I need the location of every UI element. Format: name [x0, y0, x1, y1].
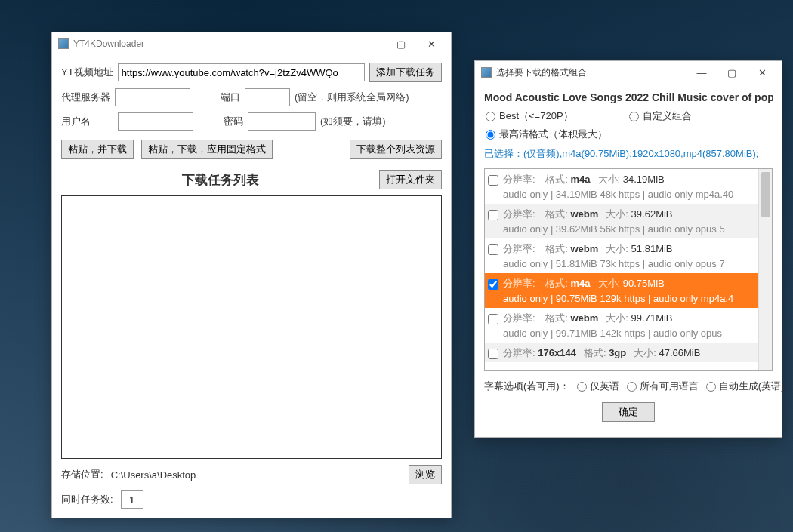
- format-item-checkbox[interactable]: [488, 349, 498, 359]
- maximize-button[interactable]: ▢: [386, 35, 416, 53]
- proxy-hint: (留空，则用系统全局网络): [295, 91, 409, 104]
- format-item-header: 分辨率: 格式: m4a大小: 90.75MiB: [503, 276, 755, 291]
- format-item-detail: audio only | 99.71MiB 142k https | audio…: [503, 326, 755, 341]
- format-item-detail: audio only | 34.19MiB 48k https | audio …: [503, 187, 755, 202]
- format-item-lines: 分辨率: 格式: m4a大小: 34.19MiBaudio only | 34.…: [503, 172, 755, 202]
- mode-radio-group: Best（<=720P） 自定义组合 最高清格式（体积最大）: [486, 109, 773, 141]
- proxy-label: 代理服务器: [61, 91, 110, 104]
- window-title: YT4KDownloader: [73, 38, 356, 49]
- format-item-checkbox[interactable]: [488, 279, 498, 290]
- window-controls: — ▢ ✕: [356, 35, 446, 53]
- format-list-viewport[interactable]: 分辨率: 格式: m4a大小: 34.19MiBaudio only | 34.…: [485, 169, 758, 370]
- format-list: 分辨率: 格式: m4a大小: 34.19MiBaudio only | 34.…: [484, 168, 773, 371]
- format-item-header: 分辨率: 176x144格式: 3gp大小: 47.66MiB: [503, 346, 755, 361]
- radio-custom[interactable]: 自定义组合: [629, 109, 773, 123]
- radio-highest[interactable]: 最高清格式（体积最大）: [486, 128, 629, 141]
- title-bar[interactable]: YT4KDownloader — ▢ ✕: [52, 32, 451, 55]
- dialog-app-icon: [481, 67, 492, 78]
- dialog-minimize-button[interactable]: —: [687, 63, 717, 81]
- format-item-lines: 分辨率: 176x144格式: 3gp大小: 47.66MiB: [503, 346, 755, 361]
- action-buttons-row: 粘贴，并下载 粘贴，下载，应用固定格式 下载整个列表资源: [61, 140, 442, 159]
- format-item-lines: 分辨率: 格式: webm大小: 51.81MiBaudio only | 51…: [503, 241, 755, 272]
- download-whole-list-button[interactable]: 下载整个列表资源: [350, 140, 442, 159]
- format-item-header: 分辨率: 格式: m4a大小: 34.19MiB: [503, 172, 755, 187]
- sub-radio-all-label: 所有可用语言: [640, 380, 699, 393]
- task-list[interactable]: [61, 195, 442, 459]
- format-item-header: 分辨率: 格式: webm大小: 39.62MiB: [503, 207, 755, 222]
- proxy-row: 代理服务器 端口 (留空，则用系统全局网络): [61, 88, 442, 106]
- credentials-row: 用户名 密码 (如须要，请填): [61, 112, 442, 131]
- selected-summary: 已选择：(仅音频),m4a(90.75MiB);1920x1080,mp4(85…: [484, 147, 773, 161]
- subtitle-row: 字幕选项(若可用)： 仅英语 所有可用语言 自动生成(英语): [484, 380, 773, 393]
- url-input[interactable]: [118, 63, 365, 81]
- format-item-header: 分辨率: 格式: webm大小: 99.71MiB: [503, 311, 755, 326]
- format-item-detail: audio only | 51.81MiB 73k https | audio …: [503, 257, 755, 272]
- scrollbar-thumb[interactable]: [761, 172, 770, 217]
- user-label: 用户名: [61, 115, 91, 128]
- dialog-window-controls: — ▢ ✕: [687, 63, 777, 81]
- browse-button[interactable]: 浏览: [409, 465, 442, 484]
- client-area: YT视频地址 添加下载任务 代理服务器 端口 (留空，则用系统全局网络) 用户名…: [52, 55, 451, 518]
- format-item[interactable]: 分辨率: 格式: m4a大小: 90.75MiBaudio only | 90.…: [485, 273, 758, 308]
- sub-radio-all[interactable]: 所有可用语言: [627, 380, 699, 393]
- paste-download-button[interactable]: 粘贴，并下载: [61, 140, 134, 159]
- paste-download-fixed-button[interactable]: 粘贴，下载，应用固定格式: [141, 140, 273, 159]
- format-item-detail: audio only | 90.75MiB 129k https | audio…: [503, 291, 755, 306]
- add-task-button[interactable]: 添加下载任务: [369, 63, 442, 82]
- format-item[interactable]: 分辨率: 176x144格式: 3gp大小: 47.66MiB: [485, 343, 758, 362]
- radio-best-input[interactable]: [486, 112, 495, 121]
- format-item-checkbox[interactable]: [488, 314, 498, 324]
- dialog-client: Mood Acoustic Love Songs 2022 Chill Musi…: [475, 84, 782, 437]
- port-input[interactable]: [245, 88, 290, 106]
- sub-radio-auto-input[interactable]: [706, 382, 716, 392]
- sub-radio-auto-label: 自动生成(英语): [719, 380, 785, 393]
- main-window: YT4KDownloader — ▢ ✕ YT视频地址 添加下载任务 代理服务器…: [51, 32, 452, 518]
- store-label: 存储位置:: [61, 468, 103, 481]
- concurrent-label: 同时任务数:: [61, 493, 113, 506]
- store-path: C:\Users\a\Desktop: [111, 469, 401, 481]
- format-item[interactable]: 分辨率: 格式: webm大小: 51.81MiBaudio only | 51…: [485, 238, 758, 273]
- concurrent-input[interactable]: [121, 490, 143, 509]
- format-item-checkbox[interactable]: [488, 175, 498, 186]
- radio-highest-label: 最高清格式（体积最大）: [499, 128, 607, 141]
- format-item-header: 分辨率: 格式: webm大小: 51.81MiB: [503, 241, 755, 257]
- dialog-title-bar[interactable]: 选择要下载的格式组合 — ▢ ✕: [475, 61, 782, 84]
- pass-input[interactable]: [248, 112, 316, 131]
- format-item[interactable]: 分辨率: 格式: webm大小: 99.71MiBaudio only | 99…: [485, 308, 758, 343]
- sub-radio-en[interactable]: 仅英语: [577, 380, 619, 393]
- radio-best-label: Best（<=720P）: [499, 109, 573, 123]
- sub-radio-all-input[interactable]: [627, 382, 637, 392]
- dialog-close-button[interactable]: ✕: [747, 63, 777, 81]
- close-button[interactable]: ✕: [416, 35, 446, 53]
- selected-text: (仅音频),m4a(90.75MiB);1920x1080,mp4(857.80…: [523, 148, 758, 159]
- format-item-checkbox[interactable]: [488, 210, 498, 220]
- format-item[interactable]: 分辨率: 格式: m4a大小: 34.19MiBaudio only | 34.…: [485, 169, 758, 204]
- format-dialog: 选择要下载的格式组合 — ▢ ✕ Mood Acoustic Love Song…: [474, 60, 782, 438]
- video-title: Mood Acoustic Love Songs 2022 Chill Musi…: [484, 91, 773, 103]
- format-list-scrollbar[interactable]: [758, 169, 772, 370]
- format-item-lines: 分辨率: 格式: m4a大小: 90.75MiBaudio only | 90.…: [503, 276, 755, 306]
- sub-radio-en-input[interactable]: [577, 382, 587, 392]
- proxy-input[interactable]: [115, 88, 190, 106]
- radio-custom-input[interactable]: [629, 112, 639, 121]
- pass-label: 密码: [224, 115, 243, 128]
- task-list-title: 下载任务列表: [61, 171, 379, 189]
- confirm-row: 确定: [484, 402, 773, 422]
- dialog-maximize-button[interactable]: ▢: [717, 63, 747, 81]
- url-row: YT视频地址 添加下载任务: [61, 63, 442, 82]
- subtitle-label: 字幕选项(若可用)：: [484, 380, 569, 393]
- confirm-button[interactable]: 确定: [602, 402, 655, 422]
- radio-highest-input[interactable]: [486, 130, 495, 140]
- user-input[interactable]: [118, 112, 193, 131]
- open-folder-button[interactable]: 打开文件夹: [379, 170, 442, 189]
- store-row: 存储位置: C:\Users\a\Desktop 浏览: [61, 465, 442, 484]
- task-header: 下载任务列表 打开文件夹: [61, 170, 442, 189]
- selected-prefix: 已选择：: [484, 148, 523, 159]
- minimize-button[interactable]: —: [356, 35, 386, 53]
- format-item-detail: audio only | 39.62MiB 56k https | audio …: [503, 222, 755, 237]
- format-item[interactable]: 分辨率: 格式: webm大小: 39.62MiBaudio only | 39…: [485, 204, 758, 238]
- sub-radio-auto[interactable]: 自动生成(英语): [706, 380, 785, 393]
- radio-best[interactable]: Best（<=720P）: [486, 109, 629, 123]
- format-item-checkbox[interactable]: [488, 244, 498, 255]
- sub-radio-en-label: 仅英语: [590, 380, 619, 393]
